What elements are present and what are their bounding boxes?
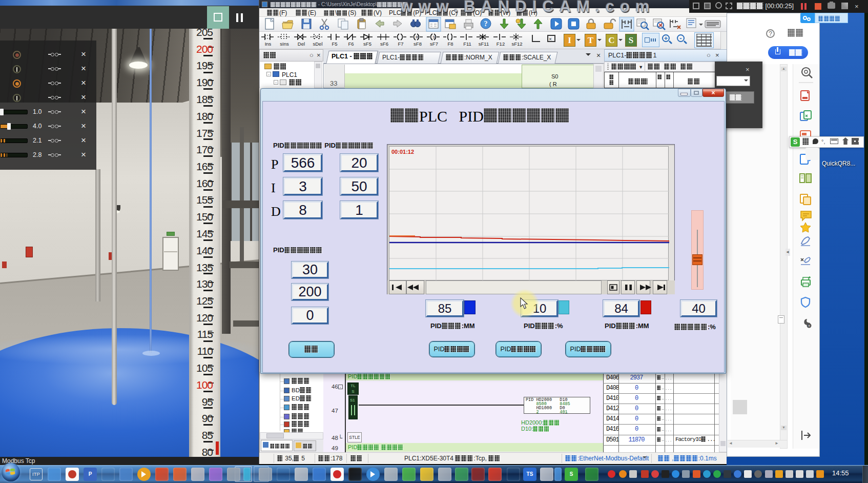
svg-text:+: + [808, 324, 811, 328]
svg-text:R: R [416, 35, 419, 39]
svg-text:S: S [432, 35, 435, 39]
svg-text:?: ? [484, 20, 488, 28]
